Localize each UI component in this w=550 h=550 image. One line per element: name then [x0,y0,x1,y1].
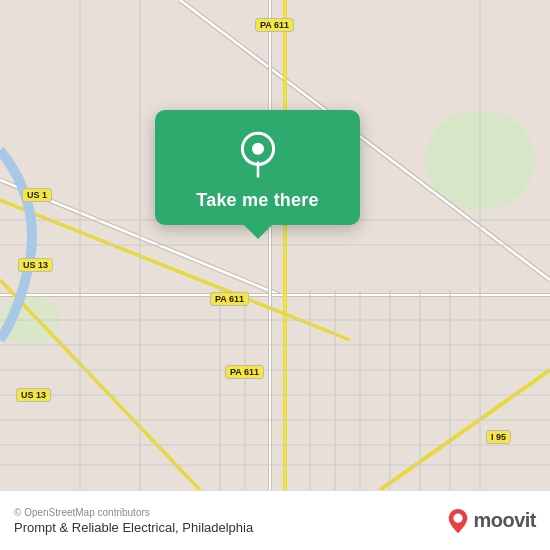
location-pin-icon [232,128,284,180]
road-label-us13-low: US 13 [16,388,51,402]
moovit-wordmark: moovit [473,509,536,532]
copyright-text: © OpenStreetMap contributors [14,507,253,518]
moovit-pin-icon [447,508,469,534]
bottom-bar: © OpenStreetMap contributors Prompt & Re… [0,490,550,550]
road-label-pa611-low: PA 611 [225,365,264,379]
road-label-pa611-mid: PA 611 [210,292,249,306]
svg-point-38 [454,513,463,522]
location-info: © OpenStreetMap contributors Prompt & Re… [14,507,253,535]
take-me-there-card[interactable]: Take me there [155,110,360,225]
road-label-pa611-top: PA 611 [255,18,294,32]
map-background [0,0,550,490]
road-label-us1: US 1 [22,188,52,202]
moovit-logo: moovit [447,508,536,534]
svg-point-37 [251,143,263,155]
road-label-us13-mid: US 13 [18,258,53,272]
road-label-i95: I 95 [486,430,511,444]
location-name: Prompt & Reliable Electrical, Philadelph… [14,520,253,535]
take-me-there-label: Take me there [196,190,318,211]
map-container: PA 611 US 1 US 13 PA 611 PA 611 US 13 I … [0,0,550,490]
